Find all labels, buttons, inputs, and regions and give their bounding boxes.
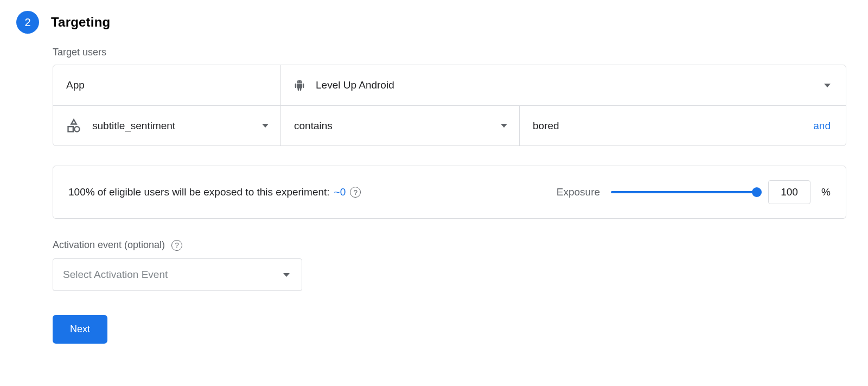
- svg-point-1: [74, 126, 79, 131]
- chevron-down-icon: [283, 273, 290, 277]
- target-users-label: Target users: [53, 47, 846, 58]
- step-number-badge: 2: [16, 11, 39, 34]
- chevron-down-icon: [824, 84, 831, 87]
- exposure-percent-input[interactable]: [768, 180, 810, 204]
- operator-select[interactable]: contains: [281, 106, 520, 145]
- activation-event-placeholder: Select Activation Event: [63, 269, 168, 281]
- exposure-label: Exposure: [557, 186, 600, 198]
- android-icon: [294, 80, 305, 91]
- svg-rect-0: [68, 126, 73, 131]
- chevron-down-icon: [262, 124, 269, 128]
- chevron-down-icon: [501, 124, 507, 128]
- operator-value: contains: [294, 120, 333, 132]
- activation-event-label: Activation event (optional) ?: [53, 239, 846, 251]
- condition-value-cell: bored and: [520, 106, 846, 145]
- slider-thumb[interactable]: [752, 187, 762, 197]
- slider-track: [611, 191, 757, 193]
- percent-sign: %: [821, 186, 831, 198]
- app-label-cell: App: [53, 65, 281, 105]
- exposure-controls: Exposure %: [557, 180, 831, 204]
- app-row: App Level Up Android: [53, 65, 846, 105]
- step-header: 2 Targeting: [16, 11, 846, 34]
- activation-event-label-text: Activation event (optional): [53, 239, 165, 251]
- category-icon: [66, 118, 81, 134]
- condition-value-input[interactable]: bored: [533, 120, 559, 132]
- condition-row: subtitle_sentiment contains bored and: [53, 105, 846, 145]
- exposure-description: 100% of eligible users will be exposed t…: [68, 186, 557, 198]
- exposure-estimate: ~0: [334, 186, 346, 198]
- exposure-description-text: 100% of eligible users will be exposed t…: [68, 186, 330, 198]
- help-icon[interactable]: ?: [171, 240, 182, 251]
- next-button[interactable]: Next: [53, 315, 107, 344]
- target-users-card: App Level Up Android: [53, 65, 846, 146]
- exposure-card: 100% of eligible users will be exposed t…: [53, 166, 846, 219]
- and-condition-link[interactable]: and: [813, 120, 831, 132]
- property-select[interactable]: subtitle_sentiment: [53, 106, 281, 145]
- exposure-slider[interactable]: [611, 187, 757, 198]
- app-value: Level Up Android: [316, 79, 394, 91]
- step-title: Targeting: [51, 15, 110, 30]
- property-value: subtitle_sentiment: [92, 120, 175, 132]
- app-select[interactable]: Level Up Android: [281, 65, 846, 105]
- app-label: App: [66, 79, 85, 91]
- activation-event-select[interactable]: Select Activation Event: [53, 258, 302, 291]
- help-icon[interactable]: ?: [350, 187, 361, 198]
- targeting-step: 2 Targeting Target users App Level Up An…: [0, 0, 868, 365]
